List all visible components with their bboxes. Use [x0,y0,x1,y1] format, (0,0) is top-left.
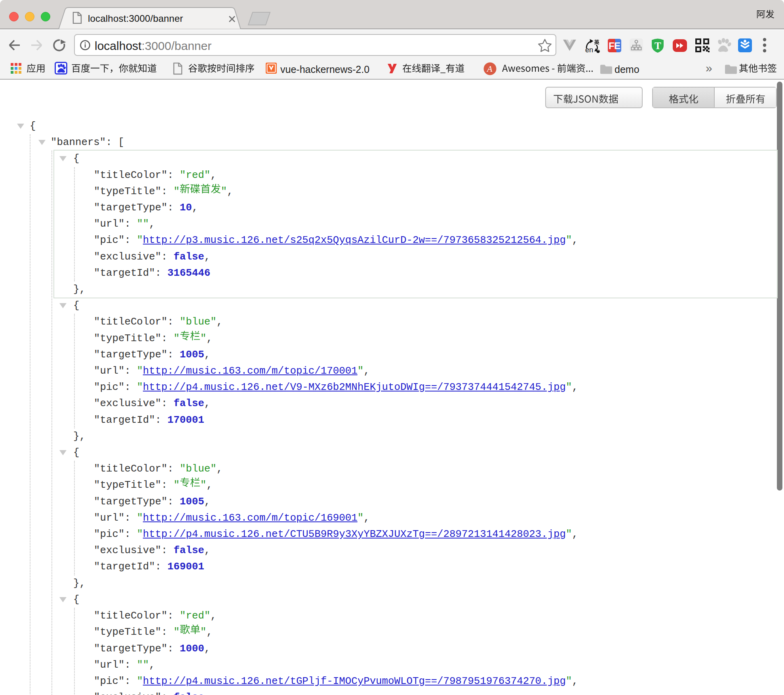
svg-text:A: A [486,64,493,74]
svg-text:T: T [655,40,661,51]
svg-text:FE: FE [609,40,620,51]
